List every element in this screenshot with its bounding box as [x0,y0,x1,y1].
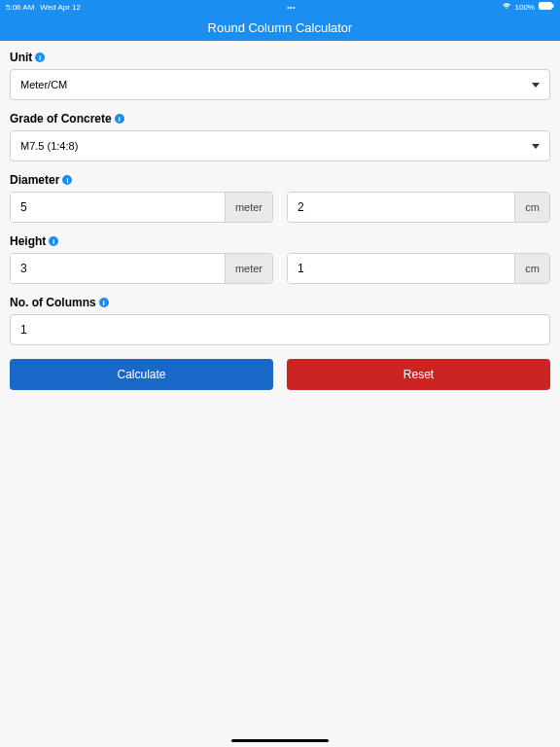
diameter-label: Diameter i [10,173,550,187]
height-minor-input[interactable] [288,254,514,283]
height-label: Height i [10,234,550,248]
diameter-minor-input[interactable] [288,193,514,222]
diameter-major-input[interactable] [11,193,225,222]
unit-label-text: Unit [10,51,32,64]
calculate-button[interactable]: Calculate [10,359,273,390]
diameter-minor-group: cm [287,192,550,223]
height-minor-group: cm [287,253,550,284]
info-icon[interactable]: i [49,236,58,246]
info-icon[interactable]: i [35,53,45,62]
caret-down-icon [532,144,540,149]
diameter-major-group: meter [10,192,273,223]
grade-select[interactable]: M7.5 (1:4:8) [10,130,550,161]
status-date: Wed Apr 12 [40,3,81,12]
info-icon[interactable]: i [62,175,72,185]
page-title: Round Column Calculator [208,20,353,35]
info-icon[interactable]: i [115,114,124,124]
height-label-text: Height [10,234,46,248]
grade-selected-value: M7.5 (1:4:8) [20,140,78,152]
info-icon[interactable]: i [99,298,109,307]
grade-label-text: Grade of Concrete [10,112,112,125]
unit-suffix-cm: cm [514,254,549,283]
grade-label: Grade of Concrete i [10,112,550,125]
unit-label: Unit i [10,51,550,64]
unit-suffix-meter: meter [225,193,272,222]
home-indicator[interactable] [231,739,329,742]
status-ellipsis: ••• [287,3,295,12]
unit-suffix-cm: cm [514,193,549,222]
height-major-input[interactable] [11,254,225,283]
wifi-icon [502,2,511,12]
columns-label-text: No. of Columns [10,296,96,309]
status-bar: 5:06 AM Wed Apr 12 ••• 100% [0,0,560,14]
unit-suffix-meter: meter [225,254,272,283]
battery-icon [539,2,554,12]
battery-percent: 100% [515,3,535,12]
diameter-label-text: Diameter [10,173,59,187]
svg-rect-0 [539,2,552,10]
columns-input[interactable] [10,314,550,345]
caret-down-icon [532,83,540,88]
unit-select[interactable]: Meter/CM [10,69,550,100]
columns-label: No. of Columns i [10,296,550,309]
height-major-group: meter [10,253,273,284]
status-time: 5:06 AM [6,3,34,12]
reset-button[interactable]: Reset [287,359,550,390]
app-header: Round Column Calculator [0,14,560,41]
svg-rect-1 [552,4,554,8]
unit-selected-value: Meter/CM [20,79,67,90]
